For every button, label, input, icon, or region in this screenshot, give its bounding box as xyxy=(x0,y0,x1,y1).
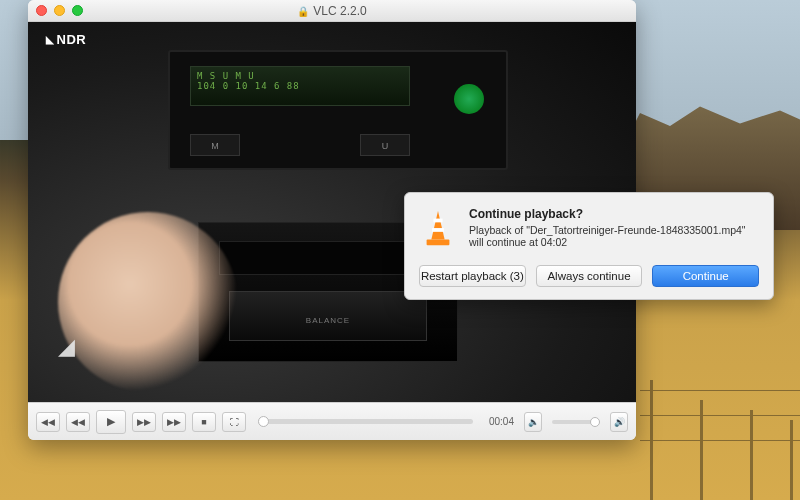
rewind-button[interactable]: ◀◀ xyxy=(66,412,90,432)
seek-handle[interactable] xyxy=(258,416,269,427)
video-content-radio-display: M S U M U 104 0 10 14 6 88 xyxy=(190,66,410,106)
video-content-hand xyxy=(58,212,238,392)
volume-down-button[interactable]: 🔈 xyxy=(524,412,542,432)
restart-playback-button[interactable]: Restart playback (3) xyxy=(419,265,526,287)
svg-rect-2 xyxy=(432,228,444,232)
skip-back-icon: ◀◀ xyxy=(41,417,55,427)
dialog-message: Playback of "Der_Tatortreiniger-Freunde-… xyxy=(469,224,759,248)
radio-display-line: 104 0 10 14 6 88 xyxy=(197,81,403,91)
video-overlay-indicator-icon: ◢ xyxy=(58,334,75,360)
playback-controls: ◀◀ ◀◀ ▶ ▶▶ ▶▶ ■ ⛶ 00:04 🔈 🔊 xyxy=(28,402,636,440)
window-title-text: VLC 2.2.0 xyxy=(313,4,366,18)
close-icon[interactable] xyxy=(36,5,47,16)
cassette-label: BALANCE xyxy=(199,316,457,325)
button-label: Always continue xyxy=(547,270,630,282)
video-content-radio-button: U xyxy=(360,134,410,156)
lock-icon: 🔒 xyxy=(297,6,309,17)
dialog-filename: Der_Tatortreiniger-Freunde-1848335001.mp… xyxy=(530,224,742,236)
volume-slider[interactable] xyxy=(552,420,600,424)
continue-playback-dialog: Continue playback? Playback of "Der_Tato… xyxy=(404,192,774,300)
broadcaster-watermark-text: NDR xyxy=(57,32,87,47)
broadcaster-watermark: ◣NDR xyxy=(46,32,86,47)
fullscreen-button[interactable]: ⛶ xyxy=(222,412,246,432)
fast-forward-icon: ▶▶ xyxy=(137,417,151,427)
volume-low-icon: 🔈 xyxy=(528,417,539,427)
minimize-icon[interactable] xyxy=(54,5,65,16)
video-content-radio-knob xyxy=(454,84,484,114)
skip-forward-icon: ▶▶ xyxy=(167,417,181,427)
time-elapsed: 00:04 xyxy=(489,416,514,427)
volume-handle[interactable] xyxy=(590,417,600,427)
volume-up-button[interactable]: 🔊 xyxy=(610,412,628,432)
watermark-icon: ◣ xyxy=(46,34,55,45)
video-content-radio: M S U M U 104 0 10 14 6 88 M U xyxy=(168,50,508,170)
button-label: Restart playback (3) xyxy=(421,270,524,282)
stop-icon: ■ xyxy=(201,417,206,427)
video-content-radio-button: M xyxy=(190,134,240,156)
play-button[interactable]: ▶ xyxy=(96,410,126,434)
dialog-title: Continue playback? xyxy=(469,207,759,221)
play-icon: ▶ xyxy=(107,415,115,428)
skip-forward-button[interactable]: ▶▶ xyxy=(162,412,186,432)
svg-rect-1 xyxy=(433,219,442,223)
stop-button[interactable]: ■ xyxy=(192,412,216,432)
maximize-icon[interactable] xyxy=(72,5,83,16)
vlc-cone-icon xyxy=(419,207,457,251)
seek-bar[interactable] xyxy=(258,419,473,424)
fullscreen-icon: ⛶ xyxy=(230,417,239,427)
always-continue-button[interactable]: Always continue xyxy=(536,265,643,287)
continue-button[interactable]: Continue xyxy=(652,265,759,287)
volume-high-icon: 🔊 xyxy=(614,417,625,427)
svg-rect-3 xyxy=(427,239,450,245)
rewind-icon: ◀◀ xyxy=(71,417,85,427)
window-titlebar[interactable]: 🔒VLC 2.2.0 xyxy=(28,0,636,22)
desktop-wallpaper-detail xyxy=(640,360,800,500)
fast-forward-button[interactable]: ▶▶ xyxy=(132,412,156,432)
dialog-message-prefix: Playback of " xyxy=(469,224,530,236)
svg-marker-0 xyxy=(431,211,444,240)
window-title: 🔒VLC 2.2.0 xyxy=(28,4,636,18)
skip-back-button[interactable]: ◀◀ xyxy=(36,412,60,432)
window-traffic-lights xyxy=(36,5,83,16)
button-label: Continue xyxy=(683,270,729,282)
radio-display-line: M S U M U xyxy=(197,71,403,81)
